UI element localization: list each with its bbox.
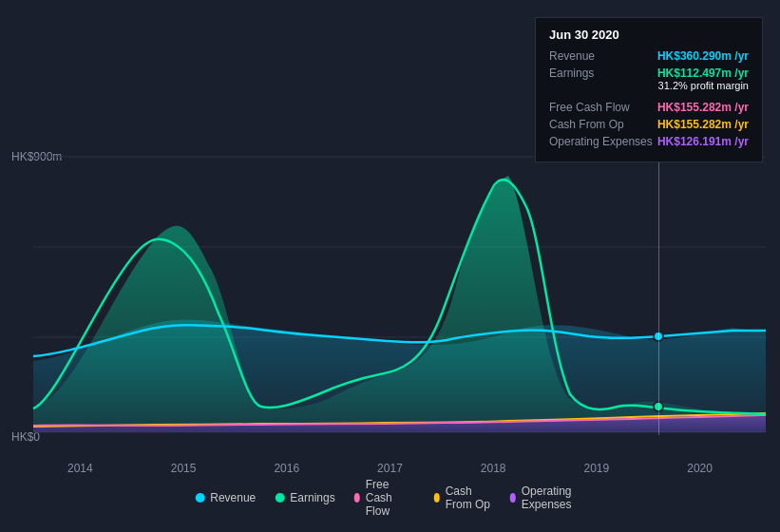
tooltip-revenue-value: HK$360.290m /yr	[657, 49, 749, 63]
legend-earnings-label: Earnings	[290, 491, 334, 504]
x-label-2020: 2020	[687, 462, 713, 475]
tooltip-profit-margin: 31.2% profit margin	[657, 80, 749, 91]
legend-earnings-dot	[275, 493, 284, 503]
chart-vertical-line	[658, 160, 659, 435]
tooltip-earnings-row: Earnings HK$112.497m /yr 31.2% profit ma…	[549, 66, 749, 97]
tooltip-opex-row: Operating Expenses HK$126.191m /yr	[549, 135, 749, 148]
legend-cashop-dot	[434, 493, 440, 503]
tooltip-opex-label: Operating Expenses	[549, 135, 654, 148]
x-label-2018: 2018	[481, 462, 506, 475]
tooltip-cashop-row: Cash From Op HK$155.282m /yr	[549, 118, 749, 131]
tooltip-cashop-label: Cash From Op	[549, 118, 654, 131]
tooltip-cashop-value: HK$155.282m /yr	[657, 118, 749, 131]
legend-opex-label: Operating Expenses	[522, 484, 585, 511]
legend-cashop-label: Cash From Op	[446, 484, 491, 511]
x-label-2015: 2015	[171, 462, 197, 475]
legend-revenue-label: Revenue	[210, 491, 256, 504]
legend-fcf[interactable]: Free Cash Flow	[354, 478, 415, 518]
tooltip-revenue-row: Revenue HK$360.290m /yr	[549, 49, 749, 63]
x-label-2016: 2016	[274, 462, 299, 475]
tooltip-date: Jun 30 2020	[549, 28, 749, 42]
legend-opex-dot	[510, 493, 516, 503]
legend-fcf-dot	[354, 493, 360, 503]
chart-container: HK$900m HK$0	[0, 0, 780, 532]
tooltip-fcf-value: HK$155.282m /yr	[657, 101, 749, 114]
x-axis: 2014 2015 2016 2017 2018 2019 2020	[0, 462, 780, 475]
legend-revenue[interactable]: Revenue	[195, 491, 256, 504]
legend-fcf-label: Free Cash Flow	[366, 478, 415, 518]
x-label-2014: 2014	[67, 462, 93, 475]
tooltip-revenue-label: Revenue	[549, 49, 654, 63]
tooltip: Jun 30 2020 Revenue HK$360.290m /yr Earn…	[535, 17, 763, 162]
legend-cash-from-op[interactable]: Cash From Op	[434, 484, 491, 511]
x-label-2019: 2019	[584, 462, 610, 475]
tooltip-opex-value: HK$126.191m /yr	[657, 135, 749, 148]
legend-revenue-dot	[195, 493, 204, 503]
tooltip-earnings-label: Earnings	[549, 66, 654, 80]
tooltip-fcf-row: Free Cash Flow HK$155.282m /yr	[549, 101, 749, 114]
x-label-2017: 2017	[377, 462, 403, 475]
legend-earnings[interactable]: Earnings	[275, 491, 334, 504]
legend-op-expenses[interactable]: Operating Expenses	[510, 484, 585, 511]
tooltip-earnings-value: HK$112.497m /yr	[657, 66, 749, 80]
chart-legend: Revenue Earnings Free Cash Flow Cash Fro…	[195, 478, 585, 518]
tooltip-fcf-label: Free Cash Flow	[549, 101, 654, 114]
